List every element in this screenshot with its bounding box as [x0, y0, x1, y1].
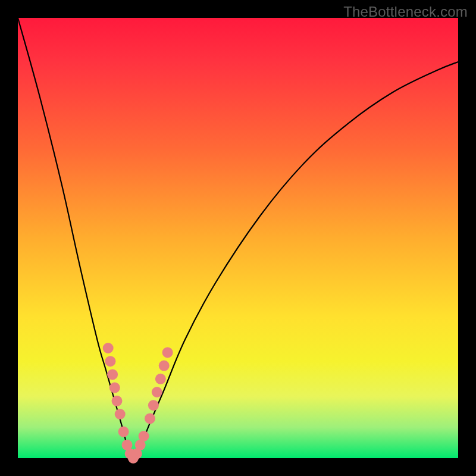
curve-marker [162, 347, 173, 358]
curve-marker [115, 409, 126, 419]
curve-svg [18, 18, 458, 458]
marker-group [103, 343, 173, 464]
watermark-text: TheBottleneck.com [343, 4, 468, 20]
curve-marker [118, 427, 129, 437]
curve-marker [109, 383, 120, 393]
curve-marker [152, 387, 162, 397]
bottleneck-curve [18, 18, 458, 458]
curve-marker [139, 431, 149, 441]
curve-marker [155, 374, 166, 384]
curve-marker [148, 400, 159, 411]
chart-frame: TheBottleneck.com [0, 0, 476, 476]
curve-marker [107, 369, 118, 380]
curve-marker [112, 396, 123, 406]
plot-area [18, 18, 458, 458]
curve-marker [159, 361, 170, 371]
curve-marker [145, 413, 155, 424]
curve-marker [103, 343, 114, 353]
curve-marker [105, 356, 115, 367]
